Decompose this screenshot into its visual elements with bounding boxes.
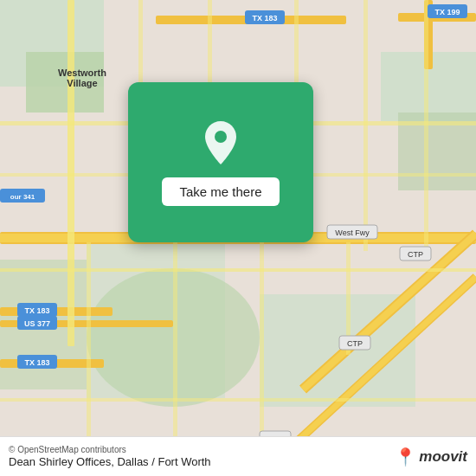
moovit-pin-icon: 📍 — [395, 447, 416, 467]
svg-text:TX 183: TX 183 — [24, 358, 49, 367]
svg-text:Westworth: Westworth — [58, 68, 106, 78]
svg-rect-25 — [0, 398, 476, 402]
moovit-logo: 📍 moovit — [395, 447, 467, 467]
bottom-bar: © OpenStreetMap contributors Dean Shirle… — [0, 436, 476, 476]
copyright-text: © OpenStreetMap contributors — [9, 444, 211, 455]
svg-text:Village: Village — [67, 78, 97, 88]
location-card: Take me there — [128, 82, 313, 242]
svg-text:our 341: our 341 — [10, 193, 35, 201]
svg-text:CTP: CTP — [408, 250, 423, 259]
take-me-there-button[interactable]: Take me there — [162, 177, 279, 206]
svg-text:TX 199: TX 199 — [434, 8, 460, 16]
svg-rect-24 — [0, 268, 476, 272]
bottom-info: © OpenStreetMap contributors Dean Shirle… — [9, 444, 211, 470]
location-pin-icon — [200, 119, 241, 167]
svg-text:TX 183: TX 183 — [252, 14, 277, 23]
svg-rect-29 — [363, 0, 368, 251]
svg-text:US 377: US 377 — [24, 319, 50, 328]
svg-text:TX 183: TX 183 — [24, 306, 49, 315]
moovit-text: moovit — [419, 448, 467, 466]
map-container: TX 183 TX 199 I 30 I 30 West Fwy TX 183 … — [0, 0, 476, 476]
svg-point-61 — [215, 131, 227, 143]
location-name: Dean Shirley Offices, Dallas / Fort Wort… — [9, 455, 211, 470]
svg-rect-30 — [424, 0, 428, 260]
svg-text:West Fwy: West Fwy — [335, 228, 370, 237]
svg-text:CTP: CTP — [347, 339, 363, 348]
